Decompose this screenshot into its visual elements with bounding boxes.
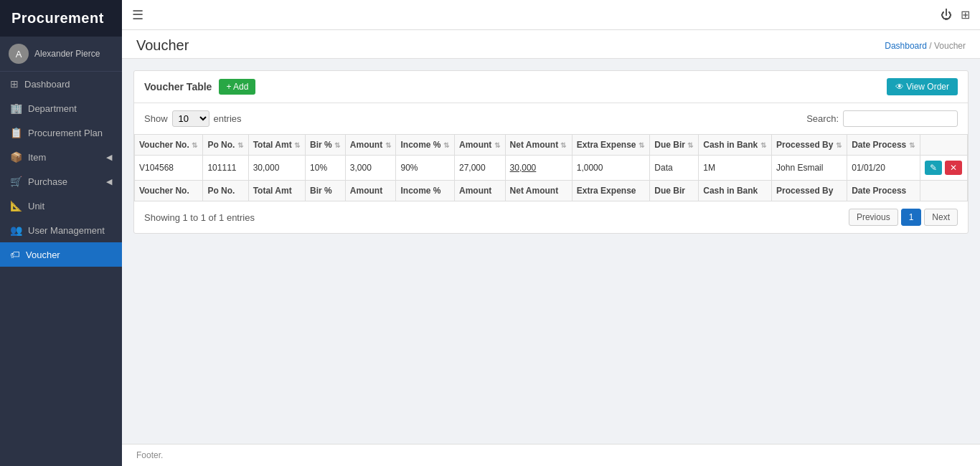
col-header-2[interactable]: Total Amt ⇅ [248,135,305,156]
search-box: Search: [806,110,958,127]
view-order-button[interactable]: 👁 View Order [887,78,958,95]
sidebar-item-user-management[interactable]: 👥 User Management [0,218,122,242]
search-label: Search: [806,113,839,124]
sidebar-item-label: Unit [28,201,44,211]
sidebar-item-label: Item [28,152,46,163]
footer: Footer. [122,444,980,466]
col-footer-12: Date Process [847,181,920,201]
sidebar-item-purchase[interactable]: 🛒 Purchase ◀ [0,169,122,194]
department-nav-icon: 🏢 [10,103,22,114]
col-header-1[interactable]: Po No. ⇅ [203,135,248,156]
pagination-row: Showing 1 to 1 of 1 entries Previous 1 N… [134,201,968,233]
col-footer-7: Net Amount [505,181,572,201]
due-bir-cell: Data [650,156,699,181]
sort-icon-4: ⇅ [385,141,391,149]
user-name: Alexander Pierce [34,49,100,59]
table-foot: Voucher No.Po No.Total AmtBir %AmountInc… [135,181,968,201]
sort-icon-12: ⇅ [909,141,915,149]
income-pct-cell: 90% [396,156,454,181]
footer-text: Footer. [136,450,163,460]
table-body: V104568 101111 30,000 10% 3,000 90% 27,0… [135,156,968,181]
sort-icon-2: ⇅ [294,141,300,149]
sidebar-item-label: Purchase [28,176,67,187]
table-head: Voucher No. ⇅Po No. ⇅Total Amt ⇅Bir % ⇅A… [135,135,968,156]
sort-icon-3: ⇅ [334,141,340,149]
table-controls: Show 10 25 50 100 entries Search: [134,103,968,134]
avatar: A [9,44,29,64]
purchase-nav-icon: 🛒 [10,176,22,187]
col-header-5[interactable]: Income % ⇅ [396,135,454,156]
col-header-4[interactable]: Amount ⇅ [345,135,396,156]
show-label: Show [144,113,168,124]
search-input[interactable] [843,110,958,127]
sidebar-item-item[interactable]: 📦 Item ◀ [0,145,122,169]
sidebar-item-unit[interactable]: 📐 Unit [0,194,122,218]
col-header-10[interactable]: Cash in Bank ⇅ [699,135,772,156]
edit-button[interactable]: ✎ [925,161,942,175]
sidebar-item-voucher[interactable]: 🏷 Voucher [0,242,122,267]
col-footer-1: Po No. [203,181,248,201]
income-amount-cell: 27,000 [454,156,505,181]
procurement-plan-nav-icon: 📋 [10,127,22,138]
col-footer-8: Extra Expense [572,181,650,201]
sort-icon-10: ⇅ [760,141,766,149]
voucher-card: Voucher Table + Add 👁 View Order Show 10… [133,70,969,234]
bir-pct-cell: 10% [306,156,346,181]
card-header: Voucher Table + Add 👁 View Order [134,71,968,103]
col-header-12[interactable]: Date Process ⇅ [847,135,920,156]
sidebar-item-department[interactable]: 🏢 Department [0,96,122,120]
show-entries: Show 10 25 50 100 entries [144,110,242,127]
table-header-row: Voucher No. ⇅Po No. ⇅Total Amt ⇅Bir % ⇅A… [135,135,968,156]
cash-in-bank-cell: 1M [699,156,772,181]
prev-button[interactable]: Previous [849,209,898,226]
col-header-3[interactable]: Bir % ⇅ [306,135,346,156]
sort-icon-7: ⇅ [560,141,566,149]
voucher-no-cell: V104568 [135,156,203,181]
sidebar-item-label: Procurement Plan [28,128,103,138]
breadcrumb-home[interactable]: Dashboard [885,41,927,51]
sort-icon-1: ⇅ [237,141,243,149]
net-amount-cell[interactable]: 30,000 [505,156,572,181]
page-1-button[interactable]: 1 [901,209,922,226]
sidebar-item-label: User Management [28,225,105,236]
col-footer-5: Income % [396,181,454,201]
sidebar-item-label: Dashboard [24,79,70,90]
pagination: Previous 1 Next [849,209,958,226]
col-header-9[interactable]: Due Bir ⇅ [650,135,699,156]
main-area: ☰ ⏻ ⊞ Voucher Dashboard / Voucher Vouche… [122,0,980,466]
col-footer-6: Amount [454,181,505,201]
user-management-nav-icon: 👥 [10,224,22,236]
next-button[interactable]: Next [924,209,958,226]
sidebar-item-label: Voucher [26,249,60,260]
col-header-0[interactable]: Voucher No. ⇅ [135,135,203,156]
col-footer-0: Voucher No. [135,181,203,201]
power-icon[interactable]: ⏻ [941,9,952,22]
grid-icon[interactable]: ⊞ [961,8,970,22]
add-button[interactable]: + Add [219,79,255,95]
col-footer-3: Bir % [306,181,346,201]
delete-button[interactable]: ✕ [945,161,962,175]
col-header-13[interactable] [920,135,968,156]
breadcrumb-current: Voucher [934,41,966,51]
extra-expense-cell: 1,0000 [572,156,650,181]
total-amt-cell: 30,000 [248,156,305,181]
col-footer-13 [920,181,968,201]
col-header-11[interactable]: Processed By ⇅ [772,135,847,156]
sort-icon-0: ⇅ [192,141,197,149]
sidebar-user: A Alexander Pierce [0,37,122,72]
col-header-8[interactable]: Extra Expense ⇅ [572,135,650,156]
col-footer-9: Due Bir [650,181,699,201]
menu-toggle-icon[interactable]: ☰ [132,7,143,23]
sidebar-item-procurement-plan[interactable]: 📋 Procurement Plan [0,120,122,145]
item-nav-icon: 📦 [10,151,22,163]
sort-icon-8: ⇅ [639,141,644,149]
col-header-7[interactable]: Net Amount ⇅ [505,135,572,156]
entries-select[interactable]: 10 25 50 100 [172,110,209,127]
entries-label: entries [214,113,242,124]
breadcrumb-separator: / [929,41,934,51]
sidebar-item-label: Department [28,103,77,114]
sidebar-item-dashboard[interactable]: ⊞ Dashboard [0,72,122,96]
col-footer-10: Cash in Bank [699,181,772,201]
col-footer-11: Processed By [772,181,847,201]
col-header-6[interactable]: Amount ⇅ [454,135,505,156]
